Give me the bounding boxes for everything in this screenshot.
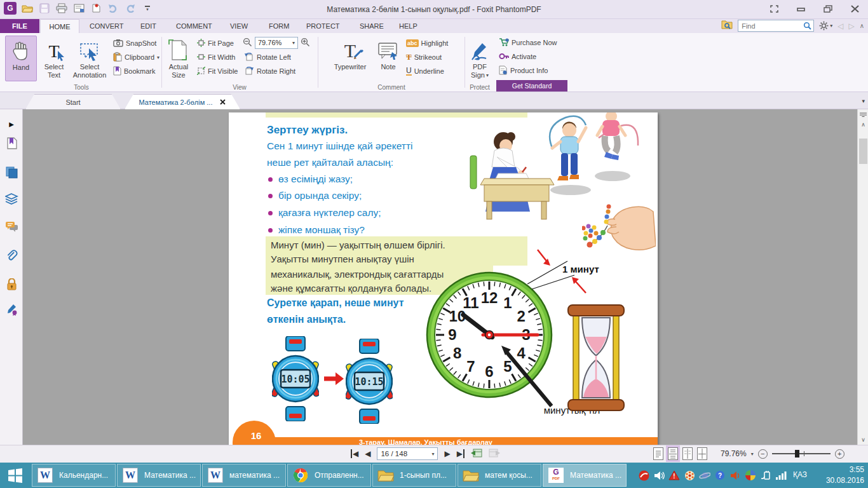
tab-edit[interactable]: EDIT <box>132 19 165 33</box>
collapse-ribbon-icon[interactable]: ∧ <box>860 22 864 29</box>
open-file-icon[interactable] <box>21 2 34 15</box>
tab-help[interactable]: HELP <box>390 19 426 33</box>
taskbar-folder-1[interactable]: 1-сынып пл... <box>372 464 456 487</box>
tab-convert[interactable]: CONVERT <box>81 19 133 33</box>
email-icon[interactable] <box>72 2 85 15</box>
status-zoom-caret[interactable]: ▾ <box>751 451 754 457</box>
close-icon[interactable] <box>846 3 863 15</box>
zoom-in-icon[interactable] <box>301 37 310 48</box>
tray-updater-icon[interactable] <box>684 470 695 481</box>
previous-view-icon[interactable] <box>471 448 482 460</box>
tab-view[interactable]: VIEW <box>221 19 257 33</box>
scroll-up-icon[interactable]: ∧ <box>858 119 868 130</box>
zoom-slider-thumb[interactable] <box>795 450 799 458</box>
activate-button[interactable]: Activate <box>499 50 536 64</box>
page-number-box[interactable]: 16 / 148 ▾ <box>377 447 438 460</box>
nav-bookmarks-icon[interactable] <box>0 133 23 152</box>
taskbar-word-1[interactable]: W Кальендарн... <box>32 464 116 487</box>
search-icon[interactable] <box>803 22 811 30</box>
product-info-button[interactable]: Product Info <box>499 64 548 78</box>
undo-icon[interactable] <box>107 2 119 15</box>
clipboard-button[interactable]: Clipboard ▾ <box>113 50 159 64</box>
tray-helper-icon[interactable]: ? <box>714 470 726 481</box>
snapshot-button[interactable]: SnapShot <box>113 36 156 50</box>
doc-tab-document[interactable]: Математика 2-бөлім ... <box>125 94 240 109</box>
underline-button[interactable]: U Underline <box>406 64 444 78</box>
save-icon[interactable] <box>38 2 51 15</box>
fit-page-button[interactable]: Fit Page <box>197 36 234 50</box>
nav-layers-icon[interactable] <box>0 189 23 208</box>
zoom-in-button[interactable]: + <box>835 449 844 459</box>
foxit-logo-icon[interactable]: G <box>4 2 17 15</box>
find-in-files-icon[interactable] <box>721 20 733 32</box>
get-standard-label[interactable]: Get Standard <box>496 80 567 92</box>
tray-antivirus-icon[interactable] <box>638 470 649 481</box>
taskbar-foxit-active[interactable]: G PDF Математика ... <box>543 464 627 487</box>
bookmark-button[interactable]: Bookmark <box>113 64 156 78</box>
tab-home[interactable]: HOME <box>40 19 79 33</box>
last-page-icon[interactable]: ▶ <box>457 449 465 458</box>
zoom-level-combobox[interactable]: 79.76% ▾ <box>255 37 298 49</box>
note-button[interactable]: Note <box>374 36 402 85</box>
taskbar-word-2[interactable]: W Математика ... <box>117 464 201 487</box>
find-options-gear-icon[interactable]: ▾ <box>819 21 832 30</box>
next-view-icon[interactable] <box>489 448 500 460</box>
scroll-down-icon[interactable]: ∨ <box>858 435 868 445</box>
continuous-facing-view-icon[interactable] <box>697 447 707 460</box>
nav-comments-icon[interactable] <box>0 217 23 236</box>
scrollbar-split-handle[interactable] <box>858 109 868 119</box>
previous-page-icon[interactable]: ◀ <box>365 449 370 458</box>
scrollbar-thumb[interactable] <box>859 139 867 164</box>
tray-audio-icon[interactable] <box>729 470 741 481</box>
highlight-button[interactable]: abc Highlight <box>406 36 448 50</box>
facing-view-icon[interactable] <box>682 447 693 460</box>
rotate-right-button[interactable]: Rotate Right <box>244 64 295 78</box>
tab-comment[interactable]: COMMENT <box>167 19 221 33</box>
minimize-icon[interactable] <box>793 3 810 15</box>
fullscreen-icon[interactable] <box>766 3 783 15</box>
continuous-view-icon[interactable] <box>668 447 678 460</box>
nav-pages-icon[interactable] <box>0 163 23 182</box>
next-page-icon[interactable]: ▶ <box>444 449 450 458</box>
tray-power-icon[interactable] <box>760 470 771 481</box>
taskbar-chrome[interactable]: Отправленн... <box>287 464 371 487</box>
doc-tab-list-dropdown-icon[interactable]: ▾ <box>862 98 865 104</box>
zoom-out-icon[interactable] <box>243 37 252 48</box>
tab-form[interactable]: FORM <box>260 19 298 33</box>
actual-size-button[interactable]: Actual Size <box>164 36 193 85</box>
taskbar-folder-2[interactable]: матем қосы... <box>458 464 541 487</box>
redo-icon[interactable] <box>124 2 137 15</box>
doc-tab-close-icon[interactable] <box>220 98 226 106</box>
taskbar-word-3[interactable]: W математика ... <box>202 464 286 487</box>
new-from-clipboard-icon[interactable] <box>90 2 102 15</box>
nav-attachments-icon[interactable] <box>0 246 23 265</box>
typewriter-button[interactable]: T Typewriter <box>329 36 372 85</box>
nav-security-icon[interactable] <box>0 274 23 294</box>
nav-signature-icon[interactable] <box>0 300 23 319</box>
tab-protect[interactable]: PROTECT <box>297 19 349 33</box>
purchase-now-button[interactable]: Purchase Now <box>499 36 557 50</box>
doc-tab-start[interactable]: Start <box>25 94 121 109</box>
find-input[interactable] <box>740 22 803 30</box>
hand-tool-button[interactable]: Hand <box>5 36 37 81</box>
fit-width-button[interactable]: Fit Width <box>197 50 235 64</box>
zoom-slider[interactable] <box>772 449 831 459</box>
find-next-icon[interactable]: ▷ <box>848 22 854 30</box>
pdf-page[interactable]: Зерттеу жүргіз. Сен 1 минут ішінде қай ә… <box>229 112 658 445</box>
strikeout-button[interactable]: T Strikeout <box>406 50 442 64</box>
select-text-button[interactable]: T Select Text <box>39 36 69 85</box>
tray-volume-icon[interactable] <box>653 470 665 481</box>
tray-warning-icon[interactable]: ! <box>668 470 680 481</box>
fit-visible-button[interactable]: Fit Visible <box>197 64 238 78</box>
pdf-sign-button[interactable]: PDF Sign▾ <box>467 36 492 85</box>
print-icon[interactable] <box>55 2 68 15</box>
rotate-left-button[interactable]: Rotate Left <box>244 50 291 64</box>
tab-share[interactable]: SHARE <box>351 19 393 33</box>
tab-file[interactable]: FILE <box>0 19 39 33</box>
tray-network-icon[interactable] <box>775 470 787 481</box>
restore-icon[interactable] <box>820 3 836 15</box>
start-button[interactable] <box>0 463 31 488</box>
select-annotation-button[interactable]: Select Annotation <box>70 36 109 85</box>
taskbar-clock[interactable]: 3:55 30.08.2016 <box>826 464 864 486</box>
first-page-icon[interactable]: ◀ <box>351 449 358 458</box>
